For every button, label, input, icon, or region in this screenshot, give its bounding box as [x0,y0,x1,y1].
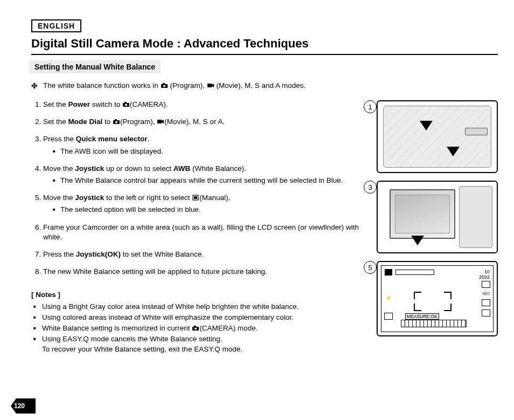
movie-icon [157,118,164,123]
text-column: ✤ The white balance function works in (P… [31,81,364,355]
measure-ok-label: MEASURE:OK [405,313,439,320]
svg-point-2 [163,85,165,87]
svg-rect-10 [157,120,162,123]
content-row: ✤ The white balance function works in (P… [31,81,498,355]
lcd-top-row [385,269,434,276]
white-balance-bar [401,320,467,327]
svg-rect-3 [207,84,212,87]
figure-1: 1 [377,100,498,173]
notes-heading: [ Notes ] [31,290,364,300]
figure-number: 1 [364,100,377,113]
arrow-down-icon [447,147,460,156]
language-badge: ENGLISH [31,19,81,32]
shots-remaining: 10 [484,269,490,274]
step-item: Press the Quick menu selector.The AWB ic… [43,134,364,156]
step-item: Move the Joystick up or down to select A… [43,164,364,185]
focus-bracket [414,292,452,311]
figure-column: 1 3 5 10 [377,81,498,355]
flip-screen-illustration [390,189,455,239]
figure-3: 3 [377,181,498,253]
figure-number: 3 [364,181,377,194]
lcd-overlay: 10 2592 ⚡ ISO [381,265,494,332]
camera-grip-illustration [459,186,492,248]
iso-label: ISO [482,291,490,296]
step-item: Set the Power switch to (CAMERA). [43,100,364,109]
step-item: Frame your Camcorder on a white area (su… [43,223,364,242]
step-subitem: The AWB icon will be displayed. [53,147,364,156]
intro-line: ✤ The white balance function works in (P… [31,81,364,91]
camera-mode-icon [385,269,392,276]
svg-rect-1 [163,83,165,85]
notes-list: Using a Bright Gray color area instead o… [31,302,364,354]
svg-point-6 [125,104,127,106]
quality-icon [482,299,490,306]
flash-icon: ⚡ [385,295,392,301]
lcd-right-icons: ISO [481,281,491,316]
svg-point-15 [195,328,197,330]
svg-rect-14 [194,326,196,327]
step-item: Set the Mode Dial to (Program), (Movie),… [43,117,364,127]
resolution-value: 2592 [479,274,490,280]
lcd-left-icons: ⚡ [384,295,393,320]
svg-rect-8 [115,119,117,121]
page-number: 120 [14,402,25,410]
note-item: Using colored areas instead of White wil… [33,313,364,322]
manual-icon [192,194,199,199]
intro-text: The white balance function works in (Pro… [43,81,305,91]
clover-bullet-icon: ✤ [31,81,38,91]
movie-icon [207,81,214,87]
steps-list: Set the Power switch to (CAMERA).Set the… [31,100,364,277]
camera-body-illustration [383,106,491,168]
card-icon [384,313,393,320]
exposure-bar [395,270,434,275]
step-item: Move the Joystick to the left or right t… [43,193,364,215]
manual-page: ENGLISH Digital Still Camera Mode : Adva… [0,0,514,420]
step-item: The new White Balance setting will be ap… [43,267,364,277]
figure-5: 5 10 2592 ⚡ IS [377,261,498,336]
section-heading: Setting the Manual White Balance [29,60,161,73]
page-title: Digital Still Camera Mode : Advanced Tec… [31,37,498,55]
camera-icon [122,100,130,106]
svg-rect-12 [194,196,197,199]
figure-number: 5 [364,261,377,274]
exposure-icon [482,309,490,316]
arrow-down-icon [411,236,424,245]
step-subitem: The White Balance control bar appears wh… [53,176,364,185]
svg-rect-5 [124,102,127,104]
step-subitem: The selected option will be selected in … [53,205,364,215]
arrow-down-icon [420,121,433,130]
lcd-top-right: 10 2592 [479,269,490,280]
note-item: Using EASY.Q mode cancels the White Bala… [33,334,364,354]
camera-icon [113,118,120,123]
page-number-badge: 120 [11,398,36,414]
note-item: Using a Bright Gray color area instead o… [33,302,364,312]
battery-icon [482,281,490,288]
step-item: Press the Joystick(OK) to set the White … [43,250,364,259]
camera-icon [192,324,199,330]
camera-icon [161,81,168,87]
note-item: White Balance setting is memorized in cu… [33,323,364,333]
svg-point-9 [115,121,117,123]
